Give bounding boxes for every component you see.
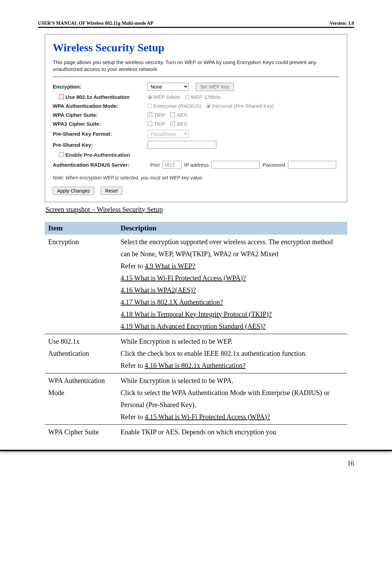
- enterprise-label: Enterprise (RADIUS): [153, 103, 201, 109]
- wpa-tkip-checkbox[interactable]: [147, 112, 152, 117]
- item-cell: WPA Cipher Suite: [45, 424, 117, 439]
- desc-cell: While Encryption is selected to be WPA.C…: [117, 373, 347, 424]
- doc-link[interactable]: 4.15 What is Wi-Fi Protected Access (WPA…: [121, 274, 246, 282]
- wpa-aes-checkbox[interactable]: [170, 112, 175, 117]
- description-table: Item Description EncryptionSelect the en…: [45, 222, 347, 439]
- security-panel: Wireless Security Setup This page allows…: [45, 34, 347, 202]
- psk-format-label: Pre-Shared Key Format:: [53, 131, 147, 137]
- use-8021x-checkbox[interactable]: [59, 94, 64, 99]
- preauth-checkbox[interactable]: [59, 152, 64, 157]
- wpa-tkip-label: TKIP: [154, 112, 165, 118]
- doc-version: Version: 1.0: [330, 21, 354, 26]
- doc-link[interactable]: 4.9 What is WEP?: [145, 262, 195, 270]
- panel-title: Wireless Security Setup: [53, 41, 339, 54]
- wpa-cipher-label: WPA Cipher Suite:: [53, 112, 147, 118]
- encryption-select[interactable]: None: [147, 83, 189, 91]
- doc-link[interactable]: 4.19 What is Advanced Encryption Standar…: [121, 322, 266, 330]
- th-description: Description: [117, 222, 347, 235]
- ip-label: IP address: [184, 162, 209, 168]
- panel-desc: This page allows you setup the wireless …: [53, 59, 339, 73]
- doc-link[interactable]: 4.16 What is WPA2(AES)?: [121, 286, 196, 294]
- desc-cell: Enable TKIP or AES. Depends on which enc…: [117, 424, 347, 439]
- doc-link[interactable]: 4.17 What is 802.1X Authentication?: [121, 298, 223, 306]
- doc-link[interactable]: 4.18 What is Temporal Key Integrity Prot…: [121, 310, 272, 318]
- desc-cell: While Encryption is selected to be WEP.C…: [117, 334, 347, 373]
- port-label: Port: [150, 162, 160, 168]
- doc-link[interactable]: 4.15 What is Wi-Fi Protected Access (WPA…: [145, 413, 270, 421]
- wep128-radio[interactable]: [185, 95, 189, 99]
- radius-port-input[interactable]: [163, 161, 182, 169]
- psk-input[interactable]: [147, 141, 216, 149]
- wpa-auth-mode-label: WPA Authentication Mode:: [53, 103, 147, 109]
- wpa-aes-label: AES: [177, 112, 187, 118]
- item-cell: WPA Authentication Mode: [45, 373, 117, 424]
- screenshot-caption: Screen snapshot – Wireless Security Setu…: [45, 206, 354, 214]
- enterprise-radio[interactable]: [147, 104, 152, 108]
- wpa2-tkip-checkbox[interactable]: [147, 121, 152, 126]
- use-8021x-label: Use 802.1x Authentication: [65, 94, 130, 100]
- th-item: Item: [45, 222, 117, 235]
- encryption-label: Encryption:: [53, 84, 147, 90]
- wpa2-cipher-label: WPA2 Cipher Suite:: [53, 121, 147, 127]
- reset-button[interactable]: Reset: [101, 187, 122, 195]
- page-number: 16: [347, 459, 354, 467]
- doc-link[interactable]: 4.16 What is 802.1x Authentication?: [145, 362, 246, 369]
- personal-label: Personal (Pre-Shared Key): [212, 103, 274, 109]
- radius-label: Authentication RADIUS Server:: [53, 162, 147, 168]
- password-label: Password: [262, 162, 285, 168]
- psk-label: Pre-Shared Key:: [53, 142, 147, 148]
- doc-title: USER'S MANUAL OF Wireless 802.11g Multi-…: [38, 21, 153, 26]
- wpa2-aes-checkbox[interactable]: [170, 121, 175, 126]
- wpa2-aes-label: AES: [177, 121, 187, 127]
- wpa2-tkip-label: TKIP: [154, 121, 165, 127]
- set-wep-key-button[interactable]: Set WEP Key: [196, 83, 234, 91]
- wep64-label: WEP 64bits: [153, 94, 180, 100]
- desc-cell: Select the encryption supported over wir…: [117, 235, 347, 334]
- note-text: Note: When encryption WEP is selected, y…: [53, 175, 339, 180]
- divider: [53, 76, 339, 77]
- radius-password-input[interactable]: [288, 161, 336, 169]
- item-cell: Encryption: [45, 235, 117, 334]
- personal-radio[interactable]: [206, 104, 210, 108]
- item-cell: Use 802.1x Authentication: [45, 334, 117, 373]
- wep128-label: WEP 128bits: [191, 94, 220, 100]
- wep64-radio[interactable]: [147, 95, 152, 99]
- radius-ip-input[interactable]: [212, 161, 260, 169]
- preauth-label: Enable Pre-Authentication: [65, 152, 130, 158]
- apply-changes-button[interactable]: Apply Changes: [53, 187, 94, 195]
- psk-format-select[interactable]: Passphrase: [147, 130, 189, 138]
- footer-divider: [0, 450, 392, 451]
